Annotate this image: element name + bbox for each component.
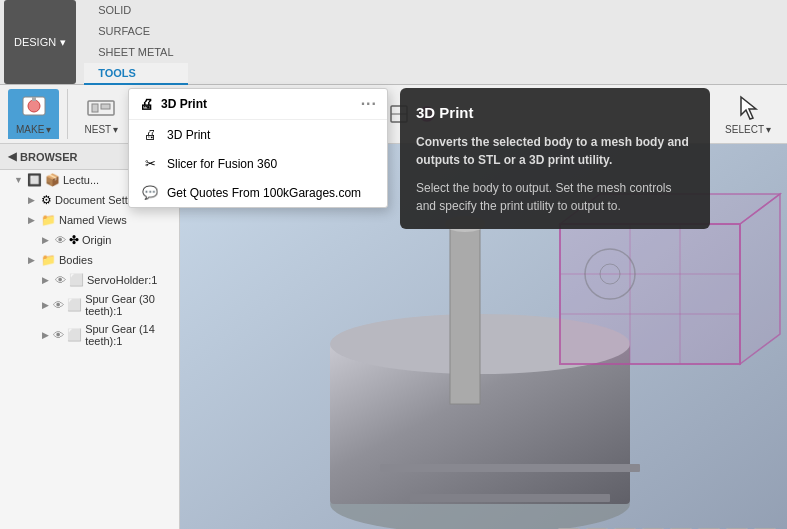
origin-arrow: ▶ (42, 235, 52, 245)
dropdown-item-quotes[interactable]: 💬 Get Quotes From 100kGarages.com (129, 178, 387, 207)
select-icon (733, 93, 763, 124)
bodies-folder-icon: 📁 (41, 253, 56, 267)
tree-servoholder[interactable]: ▶ 👁 ⬜ ServoHolder:1 (0, 270, 179, 290)
tree-spur30[interactable]: ▶ 👁 ⬜ Spur Gear (30 teeth):1 (0, 290, 179, 320)
tooltip-box: 3D Print Converts the selected body to a… (400, 88, 710, 229)
tabs-container: SOLIDSURFACESHEET METALTOOLS (84, 0, 187, 84)
named-views-label: Named Views (59, 214, 127, 226)
make-icon (19, 93, 49, 124)
bodies-label: Bodies (59, 254, 93, 266)
item-quotes-label: Get Quotes From 100kGarages.com (167, 186, 361, 200)
spur14-label: Spur Gear (14 teeth):1 (85, 323, 175, 347)
tooltip-desc: Converts the selected body to a mesh bod… (416, 133, 694, 169)
servo-arrow: ▶ (42, 275, 52, 285)
nest-label: NEST ▾ (85, 124, 119, 135)
origin-label: Origin (82, 234, 111, 246)
tab-surface[interactable]: SURFACE (84, 21, 187, 43)
design-label: DESIGN (14, 36, 56, 48)
item-slicer-icon: ✂ (141, 156, 159, 171)
svg-marker-25 (741, 97, 756, 119)
root-label: Lectu... (63, 174, 99, 186)
spur14-arrow: ▶ (42, 330, 50, 340)
servo-body-icon: ⬜ (69, 273, 84, 287)
svg-point-1 (28, 100, 40, 112)
dropdown-item-3dprint[interactable]: 🖨 3D Print (129, 120, 387, 149)
origin-icon: ✤ (69, 233, 79, 247)
nest-icon (86, 93, 116, 124)
tree-bodies[interactable]: ▶ 📁 Bodies (0, 250, 179, 270)
root-icon: 🔲 (27, 173, 42, 187)
svg-rect-30 (450, 224, 480, 404)
bodies-arrow: ▶ (28, 255, 38, 265)
root-arrow: ▼ (14, 175, 24, 185)
tab-tools[interactable]: TOOLS (84, 63, 187, 85)
spur14-eye[interactable]: 👁 (53, 329, 64, 341)
nest-button[interactable]: NEST ▾ (76, 89, 126, 139)
servo-label: ServoHolder:1 (87, 274, 157, 286)
tab-solid[interactable]: SOLID (84, 0, 187, 22)
svg-rect-5 (101, 104, 110, 109)
item-slicer-label: Slicer for Fusion 360 (167, 157, 277, 171)
make-label: MAKE ▾ (16, 124, 51, 135)
spur30-label: Spur Gear (30 teeth):1 (85, 293, 175, 317)
spur30-arrow: ▶ (42, 300, 50, 310)
servo-eye[interactable]: 👁 (55, 274, 66, 286)
folder-icon: 📁 (41, 213, 56, 227)
spur30-eye[interactable]: 👁 (53, 299, 64, 311)
svg-rect-32 (560, 224, 740, 364)
toolbar-tabs: DESIGN ▾ SOLIDSURFACESHEET METALTOOLS (0, 0, 787, 85)
make-button[interactable]: MAKE ▾ (8, 89, 59, 139)
tree-spur14[interactable]: ▶ 👁 ⬜ Spur Gear (14 teeth):1 (0, 320, 179, 350)
sep1 (67, 89, 68, 139)
make-group: MAKE ▾ (8, 89, 59, 139)
sidebar-collapse-icon[interactable]: ◀ (8, 150, 16, 163)
tree-named-views[interactable]: ▶ 📁 Named Views (0, 210, 179, 230)
select-button[interactable]: SELECT ▾ (717, 89, 779, 139)
doc-arrow: ▶ (28, 195, 38, 205)
sidebar-title: BROWSER (20, 151, 77, 163)
named-views-arrow: ▶ (28, 215, 38, 225)
dropdown-title: 3D Print (161, 97, 207, 111)
item-3dprint-icon: 🖨 (141, 127, 159, 142)
item-quotes-icon: 💬 (141, 185, 159, 200)
origin-eye[interactable]: 👁 (55, 234, 66, 246)
spur30-body-icon: ⬜ (67, 298, 82, 312)
item-3dprint-label: 3D Print (167, 128, 210, 142)
dropdown-header: 🖨 3D Print ··· (129, 89, 387, 120)
dropdown-header-icon: 🖨 (139, 96, 153, 112)
select-group: SELECT ▾ (717, 89, 779, 139)
svg-rect-38 (410, 494, 610, 502)
select-label: SELECT ▾ (725, 124, 771, 135)
component-icon: 📦 (45, 173, 60, 187)
tooltip-title: 3D Print (416, 102, 694, 125)
svg-rect-4 (92, 104, 98, 112)
tree-origin[interactable]: ▶ 👁 ✤ Origin (0, 230, 179, 250)
settings-icon: ⚙ (41, 193, 52, 207)
tab-sheet-metal[interactable]: SHEET METAL (84, 42, 187, 64)
tooltip-body: Select the body to output. Set the mesh … (416, 179, 694, 215)
svg-rect-2 (32, 97, 36, 101)
design-button[interactable]: DESIGN ▾ (4, 0, 76, 84)
design-chevron: ▾ (60, 36, 66, 49)
dropdown-menu: 🖨 3D Print ··· 🖨 3D Print ✂ Slicer for F… (128, 88, 388, 208)
svg-rect-37 (380, 464, 640, 472)
spur14-body-icon: ⬜ (67, 328, 82, 342)
nest-group: NEST ▾ (76, 89, 126, 139)
dropdown-item-slicer[interactable]: ✂ Slicer for Fusion 360 (129, 149, 387, 178)
dropdown-dots[interactable]: ··· (361, 95, 377, 113)
